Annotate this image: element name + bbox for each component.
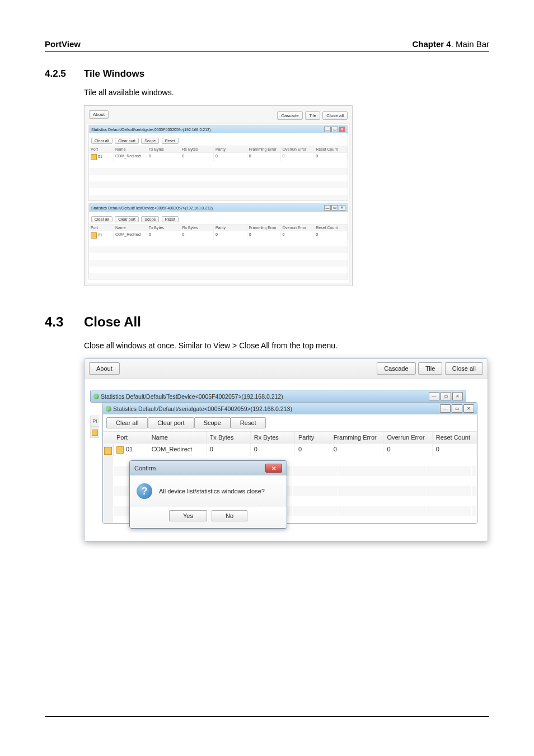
minimize-button[interactable]: — [324, 205, 331, 211]
header-chapter-title: . Main Bar [451, 39, 489, 49]
yes-button[interactable]: Yes [169, 510, 207, 521]
cell-name: COM_Redirect [148, 444, 207, 456]
tiled-window-2: Statistics Default/Default/TestDevice<00… [88, 203, 348, 279]
maximize-button[interactable]: ▭ [441, 392, 451, 400]
cell-port: 01 [89, 153, 114, 161]
header-left: PortView [45, 39, 81, 49]
window-toolbar: Clear all Clear port Scope Reset [103, 414, 477, 431]
cell-rx: 0 [180, 153, 214, 161]
cell-name: COM_Redirect [114, 231, 147, 240]
window-arrange-buttons: Cascade Tile Close all [377, 362, 483, 375]
window-title-text: Statistics Default/Default/TestDevice<00… [101, 393, 283, 400]
cascaded-window-back: Statistics Default/Default/TestDevice<00… [90, 390, 466, 403]
window-title-bar[interactable]: Statistics Default/Default/TestDevice<00… [89, 204, 348, 212]
window-title-bar[interactable]: Statistics Default/Default/TestDevice<00… [91, 390, 466, 402]
col-name: Name [114, 225, 147, 231]
dialog-close-button[interactable]: ✕ [265, 464, 282, 473]
reset-button[interactable]: Reset [162, 138, 179, 144]
tile-button[interactable]: Tile [305, 111, 320, 120]
header-right: Chapter 4. Main Bar [412, 39, 489, 49]
section-title: Close All [84, 314, 141, 330]
window-controls: — ▭ ✕ [324, 205, 345, 211]
cell-parity: 0 [295, 444, 330, 456]
dialog-body: ? All device list/statistics windows clo… [130, 475, 287, 507]
grid-row[interactable]: 01 COM_Redirect 0 0 0 0 0 0 [89, 153, 348, 161]
window-controls: — ▭ ✕ [440, 404, 474, 413]
window-title-bar[interactable]: Statistics Default/Default/serialgate<00… [103, 403, 477, 414]
window-title-text: Statistics Default/Default/serialgate<00… [113, 405, 292, 412]
grid-row[interactable]: 01 COM_Redirect 0 0 0 0 0 0 [103, 444, 477, 456]
clear-all-button[interactable]: Clear all [106, 417, 148, 428]
window-toolbar: Clear all Clear port Scope Reset [89, 133, 348, 146]
col-overrun: Overrun Error [281, 225, 315, 231]
cell-tx: 0 [207, 444, 251, 456]
section-number: 4.2.5 [45, 68, 73, 80]
no-button[interactable]: No [212, 510, 247, 521]
clear-all-button[interactable]: Clear all [91, 216, 113, 222]
window-controls: — ▭ ✕ [429, 392, 463, 400]
section-heading-43: 4.3 Close All [45, 314, 489, 330]
minimize-button[interactable]: — [429, 392, 439, 400]
scope-button[interactable]: Scope [141, 138, 159, 144]
cell-tx: 0 [147, 231, 181, 240]
window-title-bar[interactable]: Statistics Default/Default/serialgate<00… [89, 125, 348, 133]
col-parity: Parity [214, 225, 247, 231]
cell-resetcount: 0 [433, 444, 477, 456]
maximize-button[interactable]: ▭ [331, 205, 338, 211]
port-icon [91, 154, 97, 160]
col-rx: Rx Bytes [180, 225, 214, 231]
about-button[interactable]: About [89, 110, 109, 119]
grid-header: Port Name Tx Bytes Rx Bytes Parity Framm… [89, 146, 348, 153]
close-button[interactable]: ✕ [339, 127, 345, 132]
window-arrange-buttons: Cascade Tile Close all [277, 109, 348, 120]
col-overrun: Overrun Error [281, 146, 315, 152]
stats-grid: Port Name Tx Bytes Rx Bytes Parity Framm… [89, 146, 348, 200]
dialog-buttons: Yes No [130, 507, 287, 528]
scope-button[interactable]: Scope [194, 417, 231, 428]
globe-icon [93, 394, 99, 399]
reset-button[interactable]: Reset [162, 216, 179, 222]
minimize-button[interactable]: — [324, 127, 331, 132]
tile-button[interactable]: Tile [418, 362, 442, 375]
clear-port-button[interactable]: Clear port [115, 216, 139, 222]
clear-port-button[interactable]: Clear port [115, 138, 139, 144]
grid-empty-rows [89, 161, 348, 200]
close-button[interactable]: ✕ [452, 392, 463, 400]
col-framming: Framming Error [330, 432, 384, 443]
reset-button[interactable]: Reset [231, 417, 266, 428]
mdi-area: Pt Statistics Default/Default/TestDevice… [85, 379, 488, 541]
col-framming: Framming Error [247, 146, 281, 152]
clear-port-button[interactable]: Clear port [148, 417, 194, 428]
close-button[interactable]: ✕ [463, 404, 474, 413]
port-icon [116, 446, 124, 454]
cascade-button[interactable]: Cascade [277, 111, 303, 120]
window-toolbar: Clear all Clear port Scope Reset [89, 212, 348, 224]
dialog-title-bar[interactable]: Confirm ✕ [130, 461, 287, 475]
col-tx: Tx Bytes [147, 146, 181, 152]
grid-row[interactable]: 01 COM_Redirect 0 0 0 0 0 0 [89, 231, 348, 240]
window-title-text: Statistics Default/Default/TestDevice<00… [91, 206, 213, 210]
about-button[interactable]: About [89, 362, 120, 375]
minimize-button[interactable]: — [440, 404, 451, 413]
close-all-button[interactable]: Close all [322, 111, 348, 120]
close-all-button[interactable]: Close all [445, 362, 483, 375]
cascade-button[interactable]: Cascade [377, 362, 415, 375]
col-parity: Parity [295, 432, 330, 443]
grid-header: Port Name Tx Bytes Rx Bytes Parity Framm… [89, 224, 348, 231]
outer-toolbar: About Cascade Tile Close all [85, 359, 488, 379]
port-icon [91, 232, 97, 239]
close-button[interactable]: ✕ [339, 205, 345, 211]
strip-label: Pt [90, 416, 99, 427]
row-gutter [103, 445, 114, 523]
col-overrun: Overrun Error [383, 432, 432, 443]
cell-parity: 0 [214, 231, 247, 240]
cell-rx: 0 [180, 231, 214, 240]
scope-button[interactable]: Scope [141, 216, 159, 222]
clear-all-button[interactable]: Clear all [91, 138, 113, 144]
col-resetcount: Reset Count [433, 432, 477, 443]
col-name: Name [148, 432, 207, 443]
maximize-button[interactable]: ▭ [331, 127, 338, 132]
col-resetcount: Reset Count [314, 225, 348, 231]
question-icon: ? [137, 483, 152, 499]
maximize-button[interactable]: ▭ [452, 404, 462, 413]
